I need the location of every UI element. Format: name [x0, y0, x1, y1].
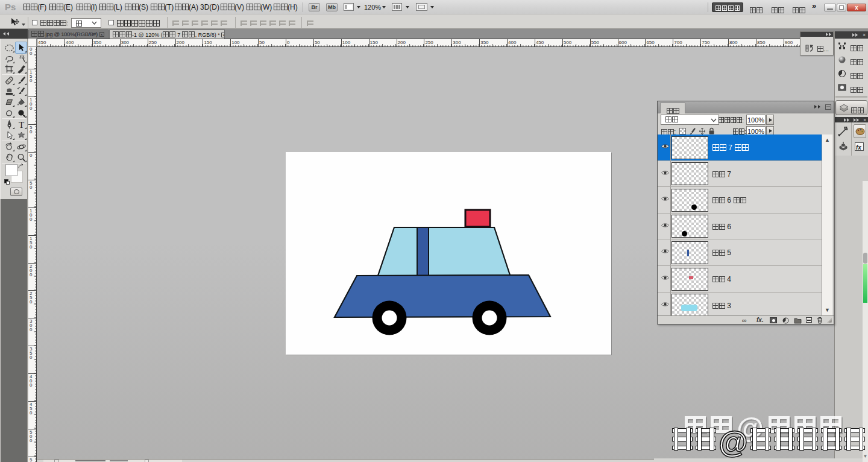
- svg-text:T: T: [19, 120, 24, 130]
